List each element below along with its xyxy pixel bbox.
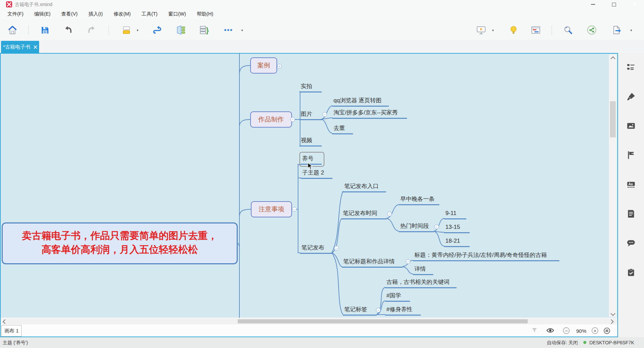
eye-icon [546,327,554,334]
topic-style-caret[interactable]: ▾ [134,24,141,36]
sidebar-button-tasks[interactable] [626,268,636,277]
gantt-button[interactable] [529,24,542,36]
menu-tools[interactable]: 工具(T) [138,9,162,19]
collapse-toggle-zuopin[interactable]: − [290,117,295,122]
vertical-scrollbar-thumb[interactable] [610,101,616,137]
topic-guoxue[interactable]: #国学 [385,292,410,302]
topic-zaozhongwan[interactable]: 早中晚各一条 [399,195,439,205]
sidebar-button-comments[interactable] [626,239,636,248]
search-button[interactable] [562,24,575,36]
chevron-down-icon: ▾ [241,28,243,32]
mindmap-canvas[interactable] [1,54,617,318]
export-button[interactable] [610,24,623,36]
topic-xiushen[interactable]: #修身养性 [385,305,421,316]
collapse-toggle-anli[interactable]: + [277,64,282,69]
topic-xiangqing[interactable]: 详情 [413,265,433,275]
sidebar-button-image[interactable] [626,122,636,131]
topic-taobao[interactable]: 淘宝/拼多多/京东--买家秀 [332,109,407,119]
topic-9-11[interactable]: 9-11 [444,209,466,219]
flag-icon [626,151,636,160]
topic-18-21[interactable]: 18-21 [444,237,470,247]
collapse-toggle-fabu-shijian[interactable]: − [387,212,392,216]
document-tab[interactable]: *古籍电子书 [1,41,39,53]
vertical-scrollbar[interactable] [609,54,617,317]
menu-insert[interactable]: 插入(I) [84,9,107,19]
menu-bar: 文件(F) 编辑(E) 查看(V) 插入(I) 修改(M) 工具(T) 窗口(W… [0,9,644,19]
collapse-toggle-remen[interactable]: − [434,224,439,229]
more-tools-caret[interactable]: ▾ [239,24,245,36]
topic-shipin[interactable]: 视频 [299,136,322,146]
zoom-out-button[interactable]: − [563,327,569,334]
relationship-button[interactable] [151,24,164,36]
sheet-tab-canvas1[interactable]: 画布 1 [1,325,22,337]
topic-biaoti[interactable]: 标题：黄帝内经/孙子兵法/左转/周易/奇奇怪怪的古籍 [413,251,559,261]
topic-zuopin[interactable]: 作品制作 [250,111,292,128]
overview-button[interactable] [604,327,610,334]
chevron-down-icon: ▾ [137,28,138,32]
home-button[interactable] [6,24,19,36]
export-caret[interactable]: ▾ [628,24,635,36]
topic-zizhuti2[interactable]: 子主题 2 [301,169,332,179]
topic-biaoti-xiangqing[interactable]: 笔记标题和作品详情 [342,258,403,268]
topic-fabu-rukou[interactable]: 笔记发布入口 [343,182,386,192]
minimize-icon [591,4,595,5]
idea-button[interactable] [507,24,520,36]
sidebar-button-format[interactable] [626,92,636,101]
menu-view[interactable]: 查看(V) [57,9,82,19]
undo-button[interactable] [62,24,75,36]
topic-structure-icon [626,63,636,72]
save-button[interactable] [38,24,51,36]
topic-guanjianci[interactable]: 古籍，古书相关的关键词 [385,278,457,288]
topic-shipai[interactable]: 实拍 [299,82,322,92]
topic-zhuyi[interactable]: 注意事项 [251,201,292,217]
device-name: DESKTOP-BP6SF7K [589,340,634,345]
close-button[interactable] [626,0,644,9]
menu-help[interactable]: 帮助(H) [193,9,217,19]
topic-fabu-shijian[interactable]: 笔记发布时间 [342,209,387,219]
horizontal-scrollbar-thumb[interactable] [238,319,528,323]
menu-file[interactable]: 文件(F) [3,9,28,19]
svg-text:}: } [206,26,209,34]
ellipsis-icon [223,25,233,35]
preview-button[interactable] [546,327,554,334]
maximize-button[interactable] [605,0,623,9]
topic-remen[interactable]: 热门时间段 [399,222,434,232]
topic-biji-fabu[interactable]: 笔记发布 [300,244,333,254]
undo-icon [64,25,73,35]
presentation-caret[interactable]: ▾ [490,24,496,36]
zoom-in-button[interactable]: + [592,327,598,334]
collapse-toggle-biji-biaoqian[interactable]: − [376,308,381,313]
minimize-button[interactable] [584,0,602,9]
tab-close-icon[interactable] [33,45,37,49]
topic-qq[interactable]: qq浏览器 逐页转图 [332,97,389,107]
topic-style-button[interactable] [120,24,133,36]
lightbulb-icon [509,25,518,35]
menu-modify[interactable]: 修改(M) [110,9,135,19]
root-line1: 卖古籍电子书，作品只需要简单的图片去重， [3,229,237,243]
collapse-toggle-zhuyi[interactable]: − [292,207,297,212]
topic-biji-biaoqian[interactable]: 笔记标签 [343,305,377,316]
sidebar-button-label[interactable]: Aa [626,180,636,189]
menu-window[interactable]: 窗口(W) [164,9,190,19]
collapse-toggle-biji-fabu[interactable]: − [334,246,339,250]
sidebar-button-structure[interactable] [626,63,636,72]
sheet-bar [0,324,618,337]
menu-edit[interactable]: 编辑(E) [30,9,55,19]
topic-13-15[interactable]: 13-15 [444,223,470,233]
collapse-toggle-tupian[interactable]: − [322,112,327,117]
topic-root[interactable]: 卖古籍电子书，作品只需要简单的图片去重， 高客单价高利润，月入五位轻轻松松 [2,222,238,264]
structure-button[interactable] [175,24,187,36]
topic-tupian[interactable]: 图片 [299,110,322,120]
share-button[interactable] [585,24,598,36]
topic-quchong[interactable]: 去重 [332,124,353,134]
redo-button[interactable] [85,24,98,36]
sidebar-button-marker[interactable] [626,151,636,160]
sidebar-button-notes[interactable] [626,209,636,218]
topic-anli[interactable]: 案例 [250,57,277,74]
collapse-toggle-biaoti-xiangqing[interactable]: − [406,259,410,264]
filter-button[interactable] [531,327,537,333]
root-line2: 高客单价高利润，月入五位轻轻松松 [3,243,237,257]
more-tools-button[interactable] [222,24,235,36]
outline-button[interactable]: } [198,24,210,36]
presentation-button[interactable] [475,24,488,36]
